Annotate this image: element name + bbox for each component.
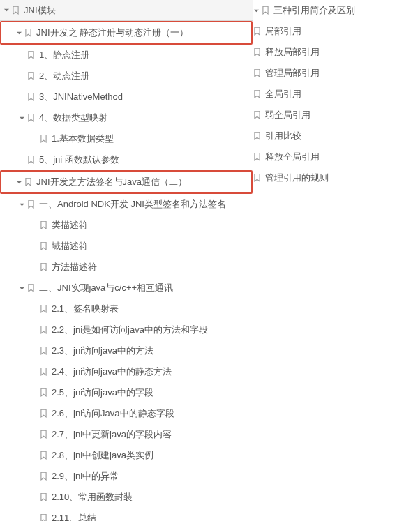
tree-label: 2.8、jni中创建java类实例 [52,449,153,462]
tree-node[interactable]: 类描述符 [0,215,253,236]
tree-node[interactable]: 1.基本数据类型 [0,128,253,149]
bookmark-icon [39,241,47,251]
tree-label: 2.11、总结 [52,512,96,521]
bookmark-icon [24,28,32,38]
tree-label: 释放局部引用 [265,46,320,59]
tree-node[interactable]: JNI开发之方法签名与Java通信（二） [1,172,251,192]
tree-node[interactable]: 2.11、总结 [0,508,253,521]
tree-node[interactable]: JNI开发之 静态注册与动态注册（一） [1,22,251,43]
tree-label: 类描述符 [52,219,88,232]
tree-label: 管理局部引用 [265,67,320,80]
tree-label: 4、数据类型映射 [39,112,107,124]
tree-node[interactable]: 5、jni 函数默认参数 [0,149,253,170]
tree-node[interactable]: 方法描述符 [0,257,253,278]
highlight-section-2: JNI开发之方法签名与Java通信（二） [0,170,253,194]
tree-node[interactable]: 局部引用 [253,21,420,42]
bookmark-icon [39,430,47,439]
tree-node[interactable]: 弱全局引用 [253,105,420,126]
bookmark-icon [253,131,261,141]
tree-label: 域描述符 [52,240,88,252]
tree-node[interactable]: 二、JNI实现java与c/c++相互通讯 [0,278,253,299]
bookmark-icon [39,367,47,377]
tree-label: 一、Android NDK开发 JNI类型签名和方法签名 [39,198,226,211]
tree-node[interactable]: 三种引用简介及区别 [253,0,420,21]
bookmark-icon [261,6,269,15]
bookmark-icon [253,173,261,183]
tree-node[interactable]: 2.4、jni访问java中的静态方法 [0,361,253,382]
tree-node[interactable]: 2.9、jni中的异常 [0,466,253,487]
tree-node-root[interactable]: JNI模块 [0,0,253,21]
tree-node[interactable]: 2.2、jni是如何访问java中的方法和字段 [0,319,253,340]
tree-label: 二、JNI实现java与c/c++相互通讯 [39,282,173,294]
tree-node[interactable]: 引用比较 [253,126,420,146]
bookmark-icon [27,155,35,165]
tree-node[interactable]: 释放局部引用 [253,42,420,63]
bookmark-icon [27,283,35,293]
chevron-down-icon [15,179,22,186]
tree-node[interactable]: 2.3、jni访问java中的方法 [0,340,253,361]
bookmark-icon [24,177,32,187]
bookmark-icon [39,325,47,335]
chevron-down-icon [18,285,25,292]
bookmark-icon [39,471,47,481]
tree-node[interactable]: 释放全局引用 [253,146,420,167]
tree-node[interactable]: 4、数据类型映射 [0,107,253,128]
chevron-down-icon [18,114,25,121]
tree-node[interactable]: 2.8、jni中创建java类实例 [0,445,253,466]
tree-node[interactable]: 2.7、jni中更新java的字段内容 [0,424,253,445]
bookmark-icon [39,388,47,398]
tree-node[interactable]: 2.6、jni访问Java中的静态字段 [0,403,253,424]
tree-node[interactable]: 2、动态注册 [0,66,253,86]
tree-label: 2、动态注册 [39,70,89,82]
chevron-down-icon [15,29,22,36]
bookmark-icon [27,199,35,209]
tree-label: 5、jni 函数默认参数 [39,153,119,166]
tree-label: JNI模块 [24,4,56,17]
tree-node[interactable]: 管理局部引用 [253,63,420,84]
tree-label: 2.5、jni访问java中的字段 [52,386,153,399]
tree-label: 方法描述符 [52,261,97,273]
bookmark-icon [39,513,47,521]
tree-label: JNI开发之方法签名与Java通信（二） [36,176,187,188]
bookmark-icon [39,134,47,144]
bookmark-icon [253,47,261,57]
tree-label: 局部引用 [265,25,301,38]
bookmark-icon [253,68,261,78]
bookmark-icon [39,346,47,356]
tree-node[interactable]: 2.10、常用函数封装 [0,487,253,508]
tree-label: 弱全局引用 [265,109,310,121]
tree-node[interactable]: 管理引用的规则 [253,167,420,188]
tree-node[interactable]: 2.1、签名映射表 [0,299,253,319]
tree-label: 3、JNINativeMethod [39,91,123,103]
tree-label: 2.1、签名映射表 [52,303,119,315]
tree-label: 全局引用 [265,88,301,100]
tree-label: 1、静态注册 [39,49,89,61]
bookmark-icon [27,92,35,102]
bookmark-icon [27,50,35,60]
tree-node[interactable]: 一、Android NDK开发 JNI类型签名和方法签名 [0,194,253,215]
bookmark-icon [11,6,20,15]
bookmark-icon [39,304,47,314]
bookmark-icon [27,71,35,81]
tree-node[interactable]: 2.5、jni访问java中的字段 [0,382,253,403]
tree-label: 2.9、jni中的异常 [52,470,119,483]
tree-node[interactable]: 域描述符 [0,236,253,257]
tree-label: 管理引用的规则 [265,172,329,184]
tree-label: 释放全局引用 [265,151,320,163]
tree-node[interactable]: 全局引用 [253,84,420,105]
tree-label: 1.基本数据类型 [52,133,114,145]
chevron-down-icon [3,7,10,14]
tree-label: 2.3、jni访问java中的方法 [52,345,153,357]
tree-node[interactable]: 1、静态注册 [0,45,253,66]
chevron-down-icon [253,7,260,14]
bookmark-icon [39,451,47,460]
bookmark-icon [253,89,261,99]
tree-label: 2.10、常用函数封装 [52,491,133,504]
tree-label: 引用比较 [265,130,301,142]
tree-label: JNI开发之 静态注册与动态注册（一） [36,27,188,39]
bookmark-icon [39,220,47,230]
tree-label: 2.4、jni访问java中的静态方法 [52,365,172,378]
tree-node[interactable]: 3、JNINativeMethod [0,86,253,107]
tree-label: 2.6、jni访问Java中的静态字段 [52,407,174,420]
bookmark-icon [27,113,35,123]
